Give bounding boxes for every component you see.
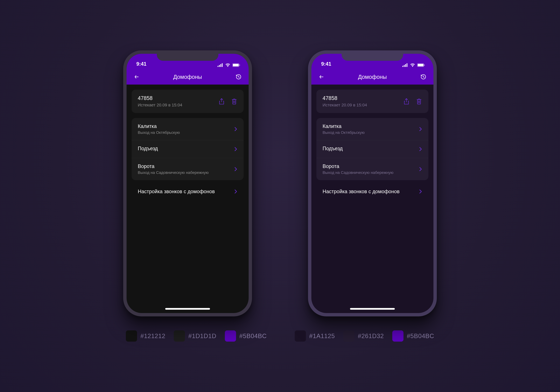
battery-icon <box>417 63 425 67</box>
swatch-item: #1D1D1D <box>174 330 216 342</box>
key-card-actions <box>218 98 238 105</box>
svg-rect-13 <box>424 64 425 66</box>
svg-rect-5 <box>233 64 239 66</box>
door-subtitle: Выход на Октябрьскую <box>322 130 365 135</box>
color-swatch <box>295 330 306 342</box>
svg-rect-3 <box>222 63 223 67</box>
screen-content: 47858 Истекает 20.09 в 15:04 <box>127 85 249 200</box>
phone-screen-dark: 9:41 Домофоны <box>127 54 249 313</box>
color-swatch <box>174 330 185 342</box>
nav-title: Домофоны <box>173 74 202 80</box>
palette-purple: #1A1125 #261D32 #5B04BC <box>295 330 434 342</box>
svg-rect-12 <box>418 64 423 66</box>
svg-rect-10 <box>407 63 407 67</box>
battery-icon <box>232 63 240 67</box>
swatch-label: #261D32 <box>358 332 384 340</box>
chevron-right-icon <box>234 127 238 131</box>
door-subtitle: Выход на Октябрьскую <box>138 130 180 135</box>
settings-link-row[interactable]: Настройка звонков с домофонов <box>132 183 244 200</box>
door-row-gate[interactable]: Калитка Выход на Октябрьскую <box>132 118 244 140</box>
swatch-item: #121212 <box>126 330 165 342</box>
swatch-label: #1D1D1D <box>188 332 216 340</box>
phone-screen-purple: 9:41 Домофоны <box>311 54 433 313</box>
phone-mockup-purple: 9:41 Домофоны <box>308 50 437 316</box>
status-indicators <box>218 63 240 67</box>
key-card: 47858 Истекает 20.09 в 15:04 <box>316 90 428 113</box>
door-title: Калитка <box>322 123 365 129</box>
door-title: Калитка <box>138 123 180 129</box>
key-card-actions <box>403 98 422 105</box>
swatch-item: #1A1125 <box>295 330 335 342</box>
swatch-item: #5B04BC <box>225 330 267 342</box>
door-subtitle: Выход на Садовническую набережную <box>322 170 393 175</box>
door-row-gates[interactable]: Ворота Выход на Садовническую набережную <box>316 158 428 180</box>
swatch-item: #261D32 <box>343 330 384 342</box>
color-swatch <box>343 330 354 342</box>
wifi-icon <box>410 63 415 67</box>
nav-title: Домофоны <box>358 74 387 80</box>
chevron-right-icon <box>419 189 422 194</box>
chevron-right-icon <box>419 167 422 172</box>
delete-button[interactable] <box>231 98 238 105</box>
door-row-gate[interactable]: Калитка Выход на Октябрьскую <box>316 118 428 140</box>
swatch-label: #5B04BC <box>407 332 434 340</box>
key-expiry: Истекает 20.09 в 15:04 <box>322 103 367 107</box>
palette-dark: #121212 #1D1D1D #5B04BC <box>126 330 267 342</box>
door-title: Ворота <box>138 163 209 169</box>
status-time: 9:41 <box>321 61 331 67</box>
key-card-text: 47858 Истекает 20.09 в 15:04 <box>322 95 367 107</box>
color-swatch <box>126 330 137 342</box>
share-button[interactable] <box>218 98 225 105</box>
door-row-gates[interactable]: Ворота Выход на Садовническую набережную <box>132 158 244 180</box>
door-title: Подъезд <box>322 146 343 151</box>
svg-rect-1 <box>219 65 220 67</box>
status-time: 9:41 <box>136 61 146 67</box>
svg-rect-2 <box>220 64 221 67</box>
screen-content: 47858 Истекает 20.09 в 15:04 <box>311 85 433 200</box>
cellular-signal-icon <box>218 63 223 67</box>
doors-list: Калитка Выход на Октябрьскую Подъезд <box>132 118 244 180</box>
phone-mockup-dark: 9:41 Домофоны <box>123 50 252 316</box>
door-title: Ворота <box>322 163 393 169</box>
swatch-label: #121212 <box>140 332 165 340</box>
key-code: 47858 <box>138 95 182 101</box>
key-card-text: 47858 Истекает 20.09 в 15:04 <box>138 95 182 107</box>
chevron-right-icon <box>419 127 422 131</box>
chevron-right-icon <box>234 147 238 152</box>
settings-link-label: Настройка звонков с домофонов <box>322 189 400 194</box>
svg-rect-7 <box>402 66 403 67</box>
app-nav-bar: Домофоны <box>127 69 249 85</box>
door-row-entrance[interactable]: Подъезд <box>132 140 244 158</box>
palettes-row: #121212 #1D1D1D #5B04BC #1A1125 #261D32 … <box>126 330 434 342</box>
svg-rect-8 <box>404 65 405 67</box>
app-nav-bar: Домофоны <box>311 69 433 85</box>
home-indicator[interactable] <box>350 308 395 310</box>
svg-rect-0 <box>218 66 218 67</box>
door-subtitle: Выход на Садовническую набережную <box>138 170 209 175</box>
doors-list: Калитка Выход на Октябрьскую Подъезд <box>316 118 428 180</box>
settings-link-row[interactable]: Настройка звонков с домофонов <box>316 183 428 200</box>
swatch-label: #5B04BC <box>240 332 267 340</box>
door-title: Подъезд <box>138 146 158 151</box>
cellular-signal-icon <box>402 63 408 67</box>
swatch-label: #1A1125 <box>309 332 335 340</box>
phone-notch <box>157 50 218 61</box>
home-indicator[interactable] <box>165 308 210 310</box>
history-button[interactable] <box>235 73 242 81</box>
delete-button[interactable] <box>416 98 422 105</box>
phone-notch <box>342 50 403 61</box>
status-indicators <box>402 63 425 67</box>
key-expiry: Истекает 20.09 в 15:04 <box>138 103 182 107</box>
history-button[interactable] <box>420 73 427 81</box>
color-swatch <box>225 330 236 342</box>
key-code: 47858 <box>322 95 367 101</box>
door-row-entrance[interactable]: Подъезд <box>316 140 428 158</box>
back-button[interactable] <box>133 73 140 81</box>
chevron-right-icon <box>419 147 422 152</box>
color-swatch <box>392 330 403 342</box>
phones-container: 9:41 Домофоны <box>123 50 437 316</box>
chevron-right-icon <box>234 189 238 194</box>
share-button[interactable] <box>403 98 410 105</box>
swatch-item: #5B04BC <box>392 330 434 342</box>
back-button[interactable] <box>318 73 325 81</box>
